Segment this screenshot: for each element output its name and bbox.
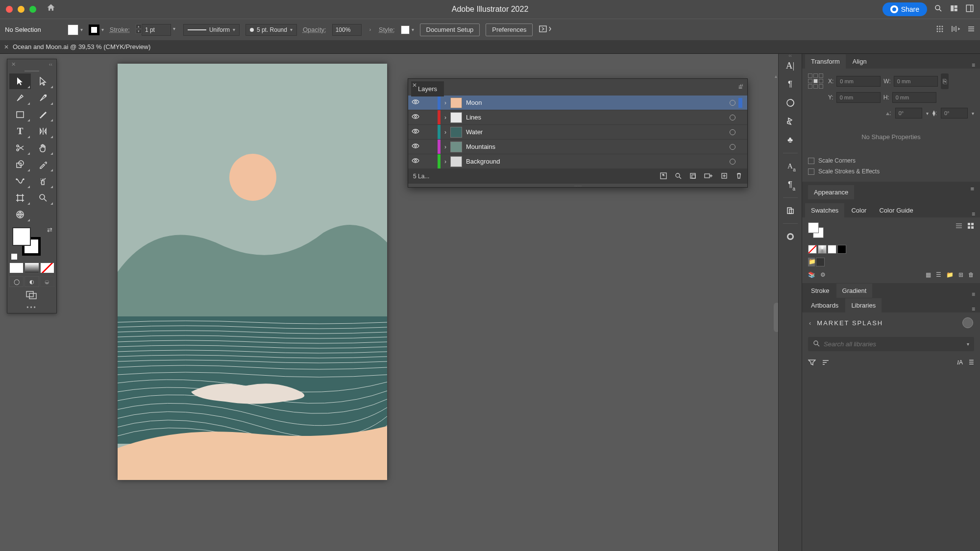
direct-selection-tool[interactable] [32, 73, 54, 89]
pathfinder-icon[interactable] [783, 114, 798, 129]
visibility-toggle-icon[interactable] [408, 143, 423, 150]
vertical-scrollbar-up[interactable]: ▴ [775, 73, 777, 79]
blend-tool[interactable] [9, 173, 31, 189]
gradient-menu-icon[interactable]: ≡ [972, 291, 975, 298]
library-user-avatar[interactable] [962, 317, 973, 328]
visibility-toggle-icon[interactable] [408, 158, 423, 165]
swatch-fill-stroke[interactable] [808, 222, 827, 241]
reference-point-selector[interactable] [808, 73, 823, 89]
panel-resize-handle[interactable]: ┈┈┈ [408, 184, 747, 187]
toolbox-close-icon[interactable]: ✕ [11, 61, 16, 69]
visibility-toggle-icon[interactable] [408, 128, 423, 136]
visibility-toggle-icon[interactable] [408, 99, 423, 106]
target-icon[interactable] [730, 129, 735, 135]
appearance-icon[interactable] [783, 229, 798, 244]
swatch-group-folder-icon[interactable]: 📁 [808, 258, 815, 266]
toolbox-collapse-icon[interactable]: ‹‹ [49, 61, 52, 69]
draw-behind-button[interactable]: ◐ [24, 276, 39, 287]
share-button[interactable]: Share [882, 2, 927, 16]
clipping-mask-icon[interactable] [689, 172, 696, 181]
draw-normal-button[interactable]: ◯ [9, 276, 24, 287]
draw-inside-button[interactable]: ◒ [40, 276, 54, 287]
align-icon[interactable] [783, 203, 798, 218]
moon-shape[interactable] [229, 154, 276, 201]
pen-tool[interactable] [9, 90, 31, 106]
preferences-button[interactable]: Preferences [486, 24, 533, 36]
default-fill-stroke-icon[interactable] [11, 254, 17, 260]
align-tab[interactable]: Align [847, 54, 873, 69]
swatch-gray[interactable] [816, 258, 825, 266]
char-styles-icon[interactable]: Aa [783, 158, 798, 174]
layer-name-label[interactable]: Mountains [466, 143, 730, 150]
swatch-registration[interactable] [818, 245, 827, 254]
transform-menu-icon[interactable]: ≡ [972, 62, 975, 69]
layer-row[interactable]: › Water [408, 125, 747, 140]
color-mode-button[interactable] [9, 263, 24, 273]
library-back-icon[interactable]: ‹ [809, 319, 812, 327]
library-search-scope-dropdown-icon[interactable]: ▾ [967, 341, 969, 347]
none-mode-button[interactable] [40, 263, 54, 273]
target-icon[interactable] [730, 115, 735, 120]
shear-dropdown-icon[interactable]: ▾ [972, 111, 974, 116]
libraries-menu-icon[interactable]: ≡ [972, 306, 975, 312]
transform-icon[interactable] [783, 95, 798, 111]
new-sublayer-icon[interactable] [704, 172, 713, 181]
swatch-black[interactable] [837, 245, 846, 254]
constrain-proportions-icon[interactable]: ⎘ [941, 73, 949, 89]
libraries-tab[interactable]: Libraries [845, 298, 882, 312]
library-list-view-icon[interactable]: ☰ [969, 359, 974, 367]
swatch-grid-view-icon[interactable] [967, 222, 974, 231]
layer-name-label[interactable]: Lines [466, 114, 730, 121]
stroke-label[interactable]: Stroke: [110, 26, 130, 33]
target-icon[interactable] [730, 144, 735, 150]
rectangle-tool[interactable] [9, 107, 31, 122]
swatch-list-view-icon[interactable] [956, 222, 962, 231]
selection-tool[interactable] [9, 73, 31, 89]
y-input[interactable] [836, 92, 881, 103]
variable-width-profile-dropdown[interactable]: Uniform ▾ [183, 24, 240, 36]
reflect-tool[interactable] [32, 123, 54, 139]
h-input[interactable] [892, 92, 936, 103]
target-icon[interactable] [730, 159, 735, 165]
scissors-tool[interactable] [9, 140, 31, 156]
new-swatch-icon[interactable]: ⊞ [958, 271, 963, 278]
window-zoom-button[interactable] [29, 6, 36, 13]
expand-layer-icon[interactable]: › [441, 114, 450, 121]
paintbrush-tool[interactable] [32, 107, 54, 122]
color-tab[interactable]: Color [845, 203, 872, 217]
swatches-menu-icon[interactable]: ≡ [972, 211, 975, 217]
x-input[interactable] [836, 76, 881, 87]
color-guide-tab[interactable]: Color Guide [873, 203, 919, 217]
window-minimize-button[interactable] [18, 6, 24, 13]
symbol-sprayer-tool[interactable] [32, 173, 54, 189]
layer-row[interactable]: › Moon [408, 96, 747, 110]
new-layer-icon[interactable] [721, 172, 728, 181]
opacity-more-icon[interactable]: › [368, 25, 373, 34]
brush-definition-dropdown[interactable]: 5 pt. Round ▾ [245, 24, 297, 36]
fill-color-swatch[interactable] [12, 227, 31, 246]
expand-layer-icon[interactable]: › [441, 99, 450, 106]
swatches-tab[interactable]: Swatches [805, 203, 844, 217]
paragraph-icon[interactable]: ¶ [783, 76, 798, 92]
document-setup-button[interactable]: Document Setup [420, 24, 480, 36]
layer-name-label[interactable]: Background [466, 158, 730, 165]
search-icon[interactable] [934, 4, 943, 15]
w-input[interactable] [894, 76, 938, 87]
swatch-kind-icon[interactable]: ▦ [926, 271, 931, 278]
stroke-tab[interactable]: Stroke [805, 284, 835, 298]
scale-strokes-checkbox[interactable] [808, 168, 814, 175]
library-sort-icon[interactable] [822, 359, 830, 367]
curvature-tool[interactable] [32, 90, 54, 106]
target-icon[interactable] [730, 100, 735, 106]
symbols-icon[interactable]: ♣ [783, 132, 798, 148]
shape-builder-tool[interactable] [9, 157, 31, 172]
layers-panel-close-icon[interactable]: ✕ [412, 82, 417, 89]
edit-toolbar-button[interactable]: ••• [9, 304, 54, 311]
swatch-libraries-icon[interactable]: 📚 [808, 271, 815, 278]
visibility-toggle-icon[interactable] [408, 114, 423, 121]
locate-object-icon[interactable] [675, 172, 682, 181]
transform-tab[interactable]: Transform [805, 54, 846, 69]
document-tab[interactable]: Ocean and Moon.ai @ 39,53 % (CMYK/Previe… [13, 43, 150, 50]
scale-corners-checkbox[interactable] [808, 158, 814, 164]
delete-swatch-icon[interactable]: 🗑 [968, 271, 974, 278]
